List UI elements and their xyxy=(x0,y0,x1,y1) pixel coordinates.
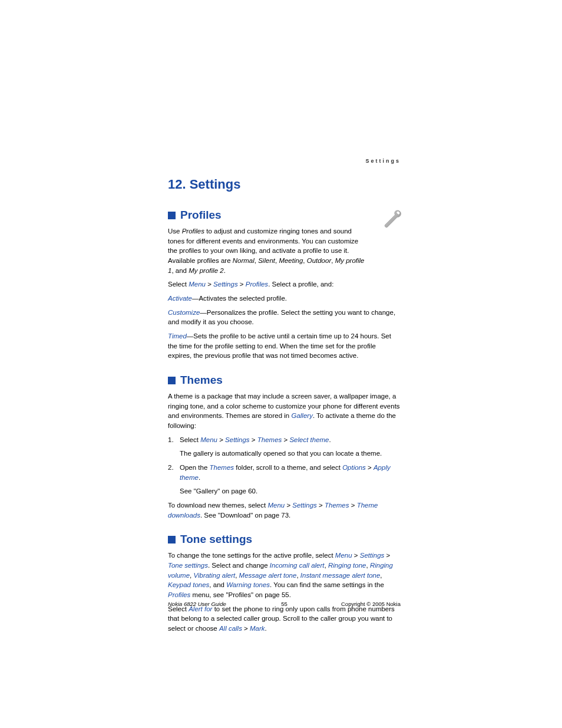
mark-link[interactable]: Mark xyxy=(250,625,265,632)
warning-tones-link[interactable]: Warning tones xyxy=(226,581,270,588)
step-sub: The gallery is automatically opened so t… xyxy=(180,449,401,459)
themes-intro: A theme is a package that may include a … xyxy=(168,391,401,431)
customize-link[interactable]: Customize xyxy=(168,309,200,316)
themes-link[interactable]: Themes xyxy=(257,436,282,443)
settings-link[interactable]: Settings xyxy=(360,552,385,559)
ringing-tone-link[interactable]: Ringing tone xyxy=(328,562,366,569)
profiles-timed: Timed—Sets the profile to be active unti… xyxy=(168,331,401,361)
message-alert-tone-link[interactable]: Message alert tone xyxy=(239,572,297,579)
timed-link[interactable]: Timed xyxy=(168,332,187,340)
section-heading-text: Themes xyxy=(180,374,223,387)
list-item: 2. Open the Themes folder, scroll to a t… xyxy=(168,463,401,496)
section-bullet-icon xyxy=(168,212,176,219)
themes-steps: 1. Select Menu > Settings > Themes > Sel… xyxy=(168,435,401,496)
footer-guide-name: Nokia 6822 User Guide xyxy=(168,601,226,607)
section-heading-text: Profiles xyxy=(180,209,222,222)
list-item: 1. Select Menu > Settings > Themes > Sel… xyxy=(168,435,401,459)
options-link[interactable]: Options xyxy=(342,464,366,471)
themes-download: To download new themes, select Menu > Se… xyxy=(168,500,401,520)
profiles-select-path: Select Menu > Settings > Profiles. Selec… xyxy=(168,279,401,289)
profiles-activate: Activate—Activates the selected profile. xyxy=(168,294,401,304)
section-themes-heading: Themes xyxy=(168,374,401,387)
wrench-icon xyxy=(379,209,402,232)
settings-link[interactable]: Settings xyxy=(213,281,238,288)
running-header: Settings xyxy=(365,158,401,164)
section-bullet-icon xyxy=(168,377,176,384)
settings-link[interactable]: Settings xyxy=(292,502,317,509)
menu-link[interactable]: Menu xyxy=(267,502,285,509)
footer-page-number: 55 xyxy=(281,601,287,607)
keypad-tones-link[interactable]: Keypad tones xyxy=(168,581,209,588)
section-profiles-heading: Profiles xyxy=(168,209,401,222)
profiles-intro: Use Profiles to adjust and customize rin… xyxy=(168,226,367,275)
chapter-title: 12. Settings xyxy=(168,177,401,192)
settings-link[interactable]: Settings xyxy=(225,436,250,443)
incoming-call-alert-link[interactable]: Incoming call alert xyxy=(270,562,325,569)
menu-link[interactable]: Menu xyxy=(335,552,352,559)
step-sub: See "Gallery" on page 60. xyxy=(180,486,401,496)
section-heading-text: Tone settings xyxy=(180,533,252,546)
section-tone-heading: Tone settings xyxy=(168,533,401,546)
page-content: Settings 12. Settings Profiles Use Profi… xyxy=(168,159,401,638)
menu-link[interactable]: Menu xyxy=(200,436,217,443)
section-bullet-icon xyxy=(168,536,176,543)
profiles-link[interactable]: Profiles xyxy=(246,281,268,288)
tone-alert-for: Select Alert for to set the phone to rin… xyxy=(168,604,401,634)
profiles-customize: Customize—Personalizes the profile. Sele… xyxy=(168,308,401,327)
select-theme-link[interactable]: Select theme xyxy=(289,436,329,443)
vibrating-alert-link[interactable]: Vibrating alert xyxy=(193,572,235,579)
tone-settings-link[interactable]: Tone settings xyxy=(168,562,208,569)
gallery-link[interactable]: Gallery xyxy=(291,412,312,419)
themes-folder-link[interactable]: Themes xyxy=(210,464,234,471)
themes-link[interactable]: Themes xyxy=(325,502,349,509)
activate-link[interactable]: Activate xyxy=(168,295,192,302)
menu-link[interactable]: Menu xyxy=(189,281,206,288)
page-footer: Nokia 6822 User Guide 55 Copyright © 200… xyxy=(168,601,401,607)
tone-intro: To change the tone settings for the acti… xyxy=(168,551,401,599)
profiles-link[interactable]: Profiles xyxy=(168,591,190,598)
footer-copyright: Copyright © 2005 Nokia xyxy=(341,601,401,607)
instant-message-alert-tone-link[interactable]: Instant message alert tone xyxy=(300,572,381,579)
all-calls-link[interactable]: All calls xyxy=(219,625,242,632)
